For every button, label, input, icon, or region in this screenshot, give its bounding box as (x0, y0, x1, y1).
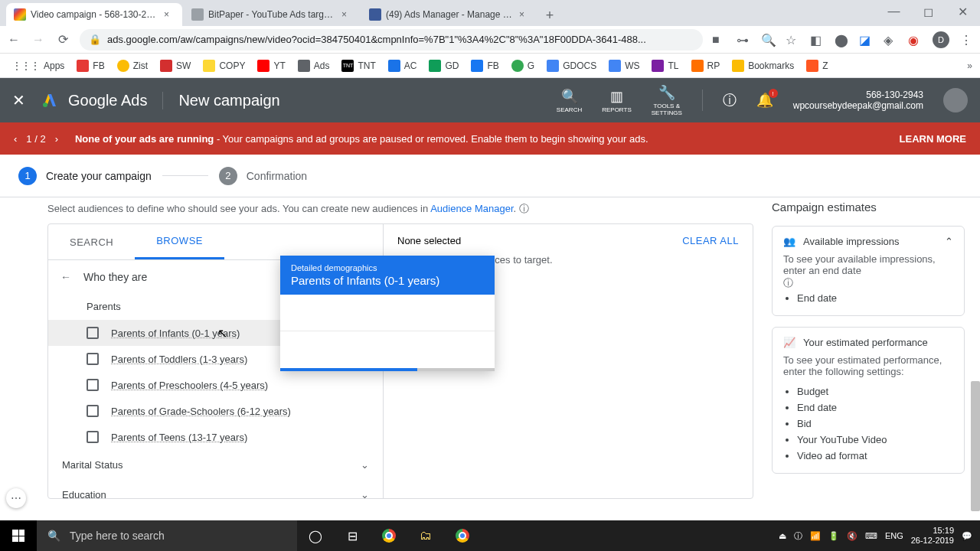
checkbox[interactable] (87, 353, 99, 365)
bookmark[interactable]: TL (647, 57, 683, 75)
close-campaign-button[interactable]: ✕ (12, 91, 25, 109)
step-create-campaign[interactable]: 1Create your campaign (18, 167, 152, 185)
tab-browse[interactable]: BROWSE (135, 224, 224, 259)
url-input[interactable]: 🔒 ads.google.com/aw/campaigns/new/video?… (80, 29, 703, 51)
bookmark[interactable]: YT (253, 57, 289, 75)
bookmark-icon: TNT (341, 60, 354, 72)
category-education[interactable]: Education⌄ (48, 480, 383, 498)
chevron-up-icon[interactable]: ⌃ (945, 236, 953, 247)
taskbar-search[interactable]: 🔍Type here to search (37, 520, 297, 551)
audience-option[interactable]: Parents of Preschoolers (4-5 years) (48, 372, 383, 398)
profile-icon[interactable]: D (933, 31, 949, 48)
ext-icon[interactable]: ◈ (884, 33, 897, 47)
avatar[interactable] (943, 88, 968, 112)
zoom-icon[interactable]: 🔍 (761, 33, 775, 47)
browser-tab[interactable]: BitPaper - YouTube Ads targeting × (184, 3, 360, 26)
search-button[interactable]: 🔍SEARCH (557, 88, 582, 113)
maximize-button[interactable]: ◻ (911, 0, 946, 23)
minimize-button[interactable]: — (877, 0, 911, 23)
key-icon[interactable]: ⊶ (737, 33, 750, 47)
clear-all-button[interactable]: CLEAR ALL (682, 235, 739, 246)
back-button[interactable]: ← (6, 32, 21, 47)
bookmark[interactable]: COPY (198, 57, 250, 75)
bookmark[interactable]: Ads (293, 57, 335, 75)
explorer-taskbar-icon[interactable]: 🗂 (407, 520, 444, 551)
alert-prev-button[interactable]: ‹ (14, 133, 17, 145)
close-window-button[interactable]: ✕ (946, 0, 980, 23)
tab-search[interactable]: SEARCH (48, 224, 135, 259)
audience-option[interactable]: Parents of Teens (13-17 years) (48, 424, 383, 450)
checkbox[interactable] (87, 379, 99, 391)
star-icon[interactable]: ☆ (786, 33, 799, 47)
tray-icon[interactable]: ⓘ (794, 530, 802, 542)
audience-manager-link[interactable]: Audience Manager (430, 203, 513, 214)
new-tab-button[interactable]: + (539, 5, 560, 26)
checkbox[interactable] (87, 405, 99, 417)
bookmark[interactable]: WS (604, 57, 644, 75)
bookmark[interactable]: Z (802, 57, 832, 75)
bookmark[interactable]: TNTTNT (337, 57, 380, 75)
wrench-icon: 🔧 (658, 84, 675, 101)
ext-icon[interactable]: ◉ (908, 33, 922, 47)
browser-tab-active[interactable]: Video campaign - 568-130-2943 × (6, 3, 182, 26)
bookmark[interactable]: GD (424, 57, 463, 75)
help-button[interactable]: ⓘ (723, 91, 737, 109)
apps-icon: ⋮⋮⋮ (12, 60, 40, 71)
close-icon[interactable]: × (519, 9, 530, 20)
reload-button[interactable]: ⟳ (55, 32, 70, 47)
bookmarks-overflow[interactable]: » (967, 60, 972, 71)
tray-icon[interactable]: ⌨ (865, 531, 877, 541)
ext-icon[interactable]: ◪ (859, 33, 873, 47)
clock[interactable]: 15:19 26-12-2019 (911, 526, 954, 546)
chrome-taskbar-icon[interactable] (371, 520, 407, 551)
help-icon[interactable]: ⓘ (519, 203, 529, 214)
language-indicator[interactable]: ENG (885, 531, 903, 540)
bookmark[interactable]: FB (466, 57, 503, 75)
bookmark[interactable]: GDOCS (542, 57, 601, 75)
category-marital-status[interactable]: Marital Status⌄ (48, 450, 383, 480)
close-icon[interactable]: × (341, 9, 352, 20)
tray-icon[interactable]: 🔇 (847, 531, 858, 541)
close-icon[interactable]: × (164, 9, 175, 20)
ext-icon[interactable]: ◧ (810, 33, 824, 47)
task-view-button[interactable]: ◯ (297, 520, 334, 551)
bookmark[interactable]: SW (155, 57, 195, 75)
bookmark[interactable]: Bookmarks (727, 57, 799, 75)
tray-icon[interactable]: 📶 (810, 531, 821, 541)
bookmark[interactable]: AC (384, 57, 422, 75)
help-icon[interactable]: ⓘ (783, 277, 793, 289)
feedback-button[interactable]: ⋯ (6, 488, 26, 508)
task-view-button[interactable]: ⊟ (334, 520, 371, 551)
ext-icon[interactable]: ⬤ (835, 33, 848, 47)
reports-button[interactable]: ▥REPORTS (602, 88, 632, 113)
scrollbar[interactable] (971, 381, 980, 511)
bookmark[interactable]: G (507, 57, 539, 75)
step-confirmation[interactable]: 2Confirmation (219, 167, 307, 185)
tray-icon[interactable]: 🔋 (828, 531, 839, 541)
forward-button[interactable]: → (31, 32, 46, 47)
menu-icon[interactable]: ⋮ (960, 33, 974, 47)
learn-more-link[interactable]: LEARN MORE (900, 133, 966, 145)
tray-icon[interactable]: ⏏ (779, 531, 786, 541)
bookmark[interactable]: RP (687, 57, 725, 75)
bookmark[interactable]: FB (72, 57, 109, 75)
back-arrow-button[interactable]: ← (60, 271, 71, 283)
bookmark-apps[interactable]: ⋮⋮⋮Apps (8, 57, 69, 74)
bookmark-icon (652, 60, 664, 72)
lock-icon: 🔒 (89, 34, 101, 45)
checkbox[interactable] (87, 327, 99, 339)
audience-option[interactable]: Parents of Grade-Schoolers (6-12 years) (48, 398, 383, 424)
checkbox[interactable] (87, 431, 99, 443)
bookmark[interactable]: Zist (113, 57, 152, 75)
notifications-tray-icon[interactable]: 💬 (962, 531, 972, 541)
google-ads-logo[interactable]: Google Ads (39, 91, 147, 109)
account-info[interactable]: 568-130-2943 wpcoursebydeepak@gmail.com (793, 90, 923, 111)
chrome-taskbar-icon[interactable] (444, 520, 481, 551)
tools-button[interactable]: 🔧TOOLS & SETTINGS (652, 84, 682, 116)
alert-next-button[interactable]: › (55, 133, 58, 145)
start-button[interactable] (0, 520, 37, 551)
tooltip-category: Detailed demographics (291, 263, 484, 272)
camera-icon[interactable]: ■ (712, 33, 726, 47)
browser-tab[interactable]: (49) Ads Manager - Manage ads × (361, 3, 537, 26)
notifications-button[interactable]: 🔔! (756, 92, 773, 109)
